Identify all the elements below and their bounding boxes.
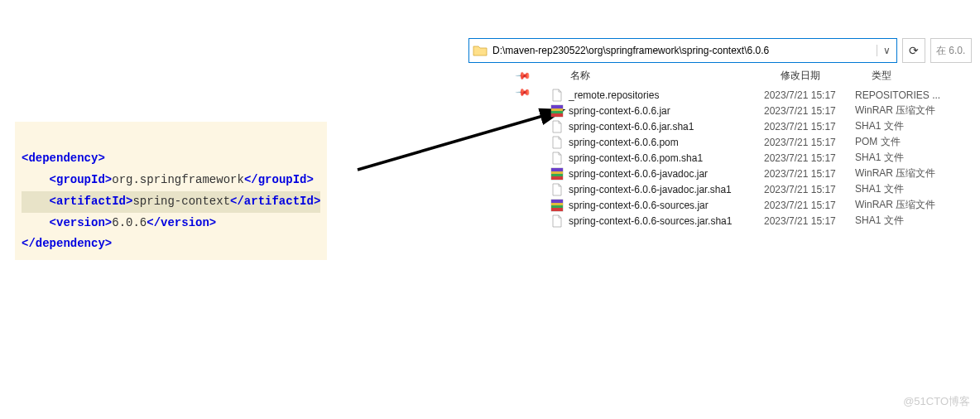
svg-rect-9 (551, 174, 563, 176)
search-input[interactable]: 在 6.0. (930, 38, 972, 63)
file-date: 2023/7/21 15:17 (764, 89, 855, 101)
file-date: 2023/7/21 15:17 (764, 121, 855, 132)
file-type: SHA1 文件 (855, 214, 954, 228)
svg-rect-15 (551, 208, 563, 211)
file-date: 2023/7/21 15:17 (764, 184, 855, 195)
column-header-date[interactable]: 修改日期 (781, 69, 872, 83)
file-icon (550, 214, 564, 228)
archive-icon (550, 104, 564, 118)
pin-icon[interactable]: 📌 (515, 84, 532, 101)
xml-tag-dependency-open: <dependency> (22, 152, 105, 165)
svg-rect-4 (551, 111, 563, 113)
file-date: 2023/7/21 15:17 (764, 215, 855, 227)
svg-rect-8 (551, 171, 563, 174)
file-row[interactable]: spring-context-6.0.6.pom2023/7/21 15:17P… (550, 134, 980, 150)
file-name: spring-context-6.0.6.jar.sha1 (569, 121, 694, 132)
file-icon (550, 183, 564, 196)
file-row[interactable]: spring-context-6.0.6-sources.jar.sha1202… (550, 213, 980, 229)
xml-tag-dependency-close: </dependency> (22, 237, 112, 250)
file-row[interactable]: spring-context-6.0.6-sources.jar2023/7/2… (550, 197, 980, 213)
file-row[interactable]: _remote.repositories2023/7/21 15:17REPOS… (550, 87, 980, 103)
file-type: WinRAR 压缩文件 (855, 104, 954, 118)
file-type: WinRAR 压缩文件 (855, 166, 954, 181)
svg-rect-12 (551, 200, 563, 203)
svg-rect-14 (551, 205, 563, 208)
column-header-type[interactable]: 类型 (872, 69, 963, 83)
maven-dependency-code: <dependency> <groupId>org.springframewor… (15, 122, 327, 260)
file-row[interactable]: spring-context-6.0.6-javadoc.jar2023/7/2… (550, 166, 980, 181)
xml-tag-groupid-close: </groupId> (244, 173, 314, 186)
file-icon (550, 120, 564, 133)
file-type: SHA1 文件 (855, 119, 954, 133)
xml-tag-artifactid-close: </artifactId> (230, 195, 320, 208)
file-icon (550, 136, 564, 149)
file-icon (550, 89, 564, 102)
xml-tag-version-open: <version> (50, 216, 113, 229)
version-value: 6.0.6 (112, 216, 147, 229)
file-type: REPOSITORIES ... (855, 89, 954, 101)
pin-icon[interactable]: 📌 (515, 67, 532, 84)
file-icon (550, 152, 564, 165)
file-row[interactable]: spring-context-6.0.6.jar.sha12023/7/21 1… (550, 118, 980, 134)
file-date: 2023/7/21 15:17 (764, 152, 855, 164)
xml-tag-artifactid-open: <artifactId> (50, 195, 133, 208)
column-header-name[interactable]: 名称 (550, 69, 781, 83)
archive-icon (550, 167, 564, 181)
breadcrumb-path-text: D:\maven-rep230522\org\springframework\s… (492, 45, 877, 56)
groupid-value: org.springframework (112, 173, 244, 186)
svg-rect-3 (551, 108, 563, 111)
watermark: @51CTO博客 (903, 394, 970, 409)
svg-rect-2 (551, 105, 563, 108)
arrow-annotation (356, 87, 579, 178)
file-name: spring-context-6.0.6.pom (569, 137, 679, 148)
file-name: _remote.repositories (569, 89, 659, 101)
file-list-panel: 名称 修改日期 类型 _remote.repositories2023/7/21… (550, 69, 980, 229)
file-date: 2023/7/21 15:17 (764, 137, 855, 148)
file-name: spring-context-6.0.6.jar (569, 105, 670, 117)
file-row[interactable]: spring-context-6.0.6.pom.sha12023/7/21 1… (550, 150, 980, 166)
artifactid-value: spring-context (132, 195, 230, 208)
refresh-button[interactable]: ⟳ (902, 38, 925, 63)
archive-icon (550, 199, 564, 212)
file-date: 2023/7/21 15:17 (764, 168, 855, 180)
file-name: spring-context-6.0.6-sources.jar (569, 200, 709, 211)
file-type: WinRAR 压缩文件 (855, 198, 954, 212)
svg-rect-7 (551, 168, 563, 171)
xml-tag-groupid-open: <groupId> (50, 173, 113, 186)
file-date: 2023/7/21 15:17 (764, 200, 855, 211)
address-bar: D:\maven-rep230522\org\springframework\s… (468, 38, 972, 63)
file-row[interactable]: spring-context-6.0.6.jar2023/7/21 15:17W… (550, 103, 980, 118)
file-name: spring-context-6.0.6-sources.jar.sha1 (569, 215, 732, 227)
svg-rect-13 (551, 203, 563, 205)
file-list-header: 名称 修改日期 类型 (550, 69, 980, 87)
file-row[interactable]: spring-context-6.0.6-javadoc.jar.sha1202… (550, 181, 980, 197)
xml-tag-version-close: </version> (147, 216, 216, 229)
file-type: SHA1 文件 (855, 182, 954, 196)
chevron-down-icon[interactable]: ∨ (877, 45, 893, 56)
folder-icon (473, 44, 488, 57)
file-type: POM 文件 (855, 135, 954, 149)
breadcrumb-path-box[interactable]: D:\maven-rep230522\org\springframework\s… (468, 38, 897, 63)
file-name: spring-context-6.0.6-javadoc.jar.sha1 (569, 184, 732, 195)
pin-icons-column: 📌 📌 (517, 70, 530, 98)
file-name: spring-context-6.0.6-javadoc.jar (569, 168, 708, 180)
file-type: SHA1 文件 (855, 151, 954, 165)
svg-line-0 (358, 110, 563, 170)
file-name: spring-context-6.0.6.pom.sha1 (569, 152, 703, 164)
svg-rect-5 (551, 113, 563, 117)
file-date: 2023/7/21 15:17 (764, 105, 855, 117)
svg-rect-10 (551, 176, 563, 180)
